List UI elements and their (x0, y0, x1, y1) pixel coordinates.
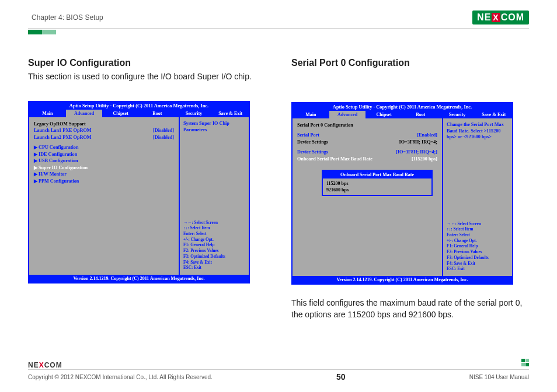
bios-sub-hwmon[interactable]: ▶H/W Monitor (34, 171, 174, 177)
bios-item-device-settings-2[interactable]: Device Settings[IO=3F8H; IRQ=4;] (297, 149, 437, 155)
bios-help-title: System Super IO Chip Parameters (183, 121, 245, 133)
bios-footer: Version 2.14.1219. Copyright (C) 2011 Am… (293, 276, 512, 284)
bios-footer: Version 2.14.1219. Copyright (C) 2011 Am… (29, 275, 249, 282)
bios-group-label: Serial Port 0 Configuration (297, 122, 437, 128)
bios-tabs: Main Advanced Chipset Boot Security Save… (293, 111, 512, 118)
bios-tab-boot[interactable]: Boot (402, 111, 439, 118)
brand-x-icon: X (492, 13, 500, 22)
bios-header: Aptio Setup Utility - Copyright (C) 2011… (29, 102, 249, 110)
accent-bar (28, 30, 529, 34)
section-desc-superio: This section is used to configure the I/… (28, 72, 266, 81)
popup-item-921600[interactable]: 921600 bps (326, 187, 428, 193)
bios-tab-main[interactable]: Main (29, 110, 66, 117)
bios-tab-security[interactable]: Security (439, 111, 476, 118)
page-number: 50 (336, 372, 346, 382)
bios-tab-save-exit[interactable]: Save & Exit (475, 111, 512, 118)
bios-tab-main[interactable]: Main (293, 111, 329, 118)
section-desc-serial: This field configures the maximum baud r… (291, 298, 529, 320)
bios-tab-save-exit[interactable]: Save & Exit (212, 110, 249, 117)
section-title-serial: Serial Port 0 Configuration (291, 58, 529, 68)
footer-copyright: Copyright © 2012 NEXCOM International Co… (28, 374, 213, 380)
bios-sub-superio[interactable]: ▶Super IO Configuration (34, 164, 174, 171)
bios-tab-boot[interactable]: Boot (139, 110, 176, 117)
bios-help-title: Change the Serial Port Max Baud Rate. Se… (447, 122, 509, 141)
bios-item-serial-port[interactable]: Serial Port[Enabled] (297, 132, 437, 138)
popup-item-115200[interactable]: 115200 bps (326, 181, 349, 186)
bios-item-lan1[interactable]: Launch Lan1 PXE OpROM[Disabled] (34, 127, 174, 134)
bios-tab-chipset[interactable]: Chipset (102, 110, 139, 117)
bios-help-keys: →←: Select Screen↑↓: Select ItemEnter: S… (183, 220, 245, 271)
footer-manual: NISE 104 User Manual (469, 374, 529, 380)
bios-help-keys: →←: Select Screen↑↓: Select ItemEnter: S… (447, 222, 509, 272)
bios-tab-security[interactable]: Security (176, 110, 213, 117)
bios-tabs: Main Advanced Chipset Boot Security Save… (29, 110, 249, 117)
bios-window-right: Aptio Setup Utility - Copyright (C) 2011… (291, 102, 513, 285)
bios-tab-chipset[interactable]: Chipset (365, 111, 402, 118)
bios-sub-ppm[interactable]: ▶PPM Configuration (34, 178, 174, 184)
footer-logo: NEXCOM (28, 361, 529, 369)
brand-logo: NE X COM (472, 10, 529, 24)
bios-tab-advanced[interactable]: Advanced (329, 111, 366, 118)
popup-title: Onboard Serial Port Max Baud Rate (323, 171, 431, 178)
bios-sub-cpu[interactable]: ▶CPU Configuration (34, 144, 174, 150)
bios-tab-advanced[interactable]: Advanced (66, 110, 103, 117)
bios-group-label: Legacy OpROM Support (34, 121, 174, 127)
bios-item-lan2[interactable]: Launch Lan2 PXE OpROM[Disabled] (34, 134, 174, 141)
brand-text-left: NE (477, 12, 491, 23)
chapter-label: Chapter 4: BIOS Setup (32, 13, 103, 22)
bios-sub-usb[interactable]: ▶USB Configuration (34, 158, 174, 164)
bios-window-left: Aptio Setup Utility - Copyright (C) 2011… (28, 101, 250, 284)
baud-rate-popup: Onboard Serial Port Max Baud Rate 115200… (322, 170, 433, 196)
bios-header: Aptio Setup Utility - Copyright (C) 2011… (293, 103, 512, 111)
bios-item-baud-rate[interactable]: Onboard Serial Port Max Baud Rate[115200… (297, 156, 437, 162)
brand-text-right: COM (501, 12, 524, 23)
bios-item-device-settings: Device SettingsIO=3F8H; IRQ=4; (297, 139, 437, 145)
bios-sub-ide[interactable]: ▶IDE Configuration (34, 151, 174, 158)
section-title-superio: Super IO Configuration (28, 58, 266, 68)
